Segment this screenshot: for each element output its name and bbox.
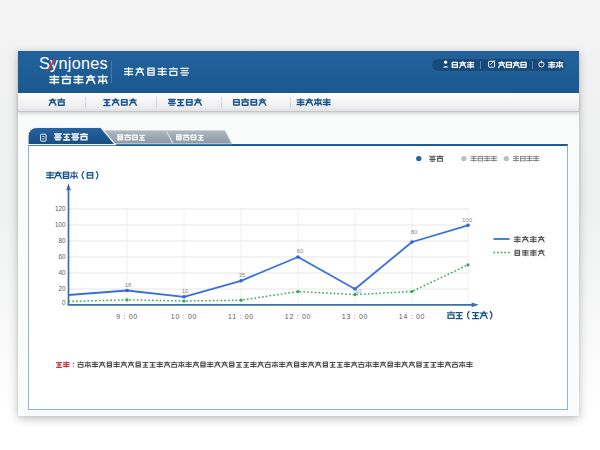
- svg-text:0: 0: [62, 299, 66, 306]
- svg-text:60: 60: [58, 253, 66, 260]
- svg-text:9 : 00: 9 : 00: [116, 313, 138, 320]
- svg-text:10: 10: [355, 288, 362, 294]
- svg-text:80: 80: [411, 229, 418, 235]
- svg-text:80: 80: [58, 237, 66, 244]
- svg-text:18: 18: [125, 282, 132, 288]
- svg-text:60: 60: [297, 248, 304, 254]
- svg-text:12 : 00: 12 : 00: [285, 313, 311, 320]
- svg-text:14 : 00: 14 : 00: [399, 313, 425, 320]
- svg-text:35: 35: [239, 272, 246, 278]
- svg-text:10: 10: [182, 288, 189, 294]
- svg-text:20: 20: [58, 285, 66, 292]
- svg-text:40: 40: [58, 269, 66, 276]
- svg-text:13 : 00: 13 : 00: [342, 313, 368, 320]
- svg-text:11 : 00: 11 : 00: [228, 313, 254, 320]
- svg-text:100: 100: [55, 221, 66, 228]
- svg-text:100: 100: [462, 217, 473, 223]
- svg-text:Synjones: Synjones: [39, 54, 108, 72]
- svg-text:10 : 00: 10 : 00: [171, 313, 197, 320]
- svg-text:120: 120: [55, 205, 66, 212]
